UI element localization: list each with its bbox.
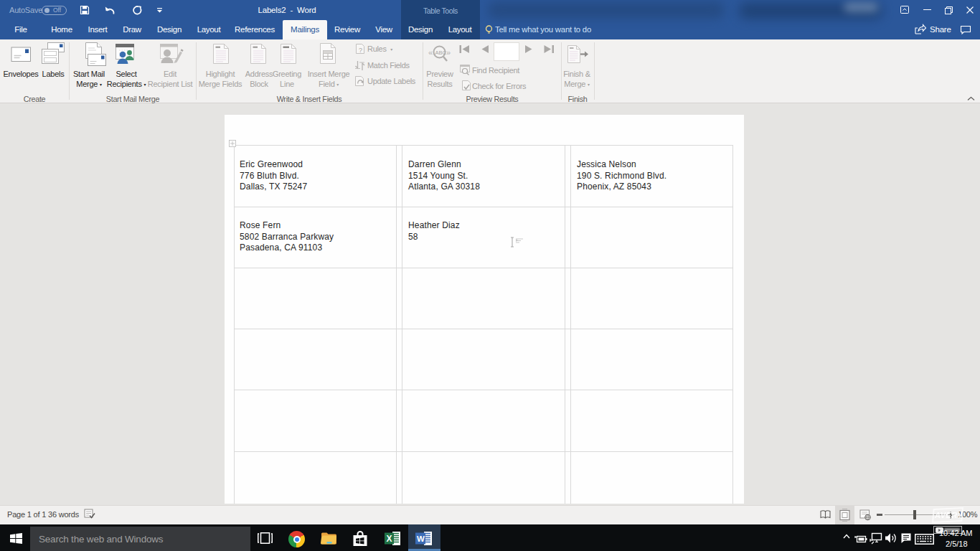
svg-text:W: W [417,534,425,543]
svg-text:?: ? [359,47,362,54]
svg-text:ABC: ABC [435,50,447,56]
svg-text:X: X [387,534,392,544]
svg-text:»: » [446,48,451,57]
svg-text:«: « [428,48,433,57]
